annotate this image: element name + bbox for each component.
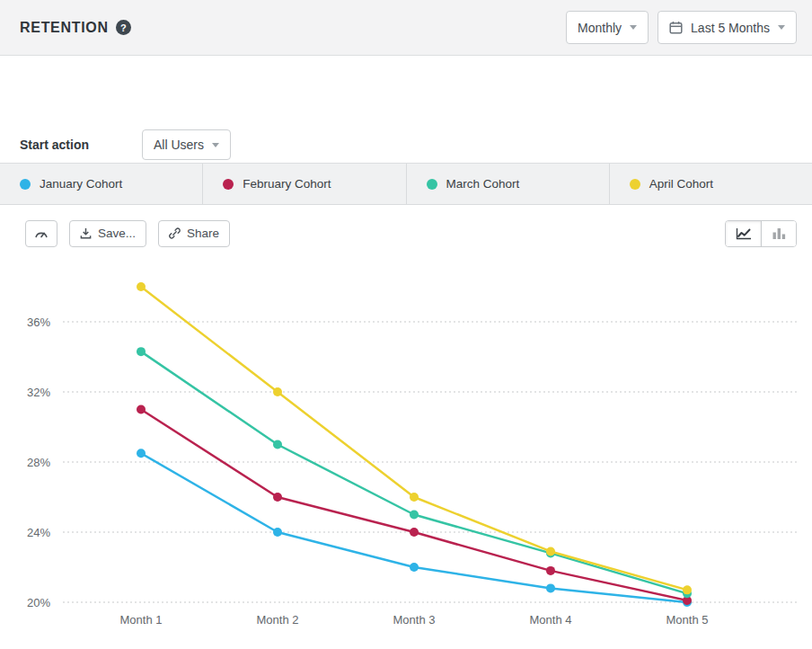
cohort-tab-march[interactable]: March Cohort xyxy=(407,164,610,204)
data-point[interactable] xyxy=(273,387,282,396)
x-axis-tick-label: Month 1 xyxy=(120,613,163,627)
download-icon xyxy=(80,227,92,239)
data-point[interactable] xyxy=(137,282,146,291)
cohort-dot xyxy=(20,179,31,190)
start-action-row: Start action All Users xyxy=(20,129,231,160)
x-axis-tick-label: Month 4 xyxy=(530,613,572,627)
start-action-dropdown[interactable]: All Users xyxy=(142,129,231,160)
cohort-dot xyxy=(223,179,234,190)
save-button[interactable]: Save... xyxy=(69,220,146,247)
header-controls: Monthly Last 5 Months xyxy=(566,11,797,44)
x-axis-tick-label: Month 3 xyxy=(393,613,436,627)
interval-dropdown[interactable]: Monthly xyxy=(566,11,649,44)
data-point[interactable] xyxy=(410,493,419,502)
chart-type-toggle xyxy=(725,220,797,247)
gauge-icon xyxy=(34,227,49,239)
cohort-dot xyxy=(427,179,437,190)
link-icon xyxy=(169,227,181,239)
data-point[interactable] xyxy=(273,493,282,502)
date-range-dropdown-value: Last 5 Months xyxy=(691,21,770,35)
cohort-label: April Cohort xyxy=(649,177,713,191)
series-line xyxy=(141,410,687,601)
x-axis-tick-label: Month 5 xyxy=(666,613,709,627)
line-chart-toggle-button[interactable] xyxy=(726,221,761,246)
cohort-tab-february[interactable]: February Cohort xyxy=(203,164,406,204)
cohort-legend: January Cohort February Cohort March Coh… xyxy=(0,164,812,205)
retention-chart: 20%24%28%32%36%Month 1Month 2Month 3Mont… xyxy=(0,261,812,649)
start-action-label: Start action xyxy=(20,138,142,152)
chart-toolbar: Save... Share xyxy=(0,206,812,261)
data-point[interactable] xyxy=(410,563,419,572)
data-point[interactable] xyxy=(546,547,555,556)
share-button[interactable]: Share xyxy=(158,220,230,247)
bar-chart-icon xyxy=(772,227,786,239)
line-chart-icon xyxy=(736,227,752,240)
filters-panel: Start action All Users Returning action … xyxy=(0,57,812,164)
help-icon[interactable]: ? xyxy=(116,20,131,35)
data-point[interactable] xyxy=(137,405,146,414)
calendar-icon xyxy=(669,21,683,34)
data-point[interactable] xyxy=(273,440,282,449)
cohort-tab-january[interactable]: January Cohort xyxy=(0,164,203,204)
y-axis-tick-label: 20% xyxy=(27,596,50,609)
page-title: RETENTION xyxy=(20,20,109,36)
cohort-label: January Cohort xyxy=(40,177,122,191)
retention-report: RETENTION ? Monthly Last 5 Months xyxy=(0,0,812,649)
retention-chart-svg: 20%24%28%32%36%Month 1Month 2Month 3Mont… xyxy=(0,261,812,649)
report-header: RETENTION ? Monthly Last 5 Months xyxy=(0,0,812,56)
data-point[interactable] xyxy=(546,583,555,592)
data-point[interactable] xyxy=(410,528,419,537)
data-point[interactable] xyxy=(273,528,282,537)
chevron-down-icon xyxy=(778,25,785,30)
start-action-value: All Users xyxy=(154,138,204,152)
x-axis-tick-label: Month 2 xyxy=(257,613,299,627)
date-range-dropdown[interactable]: Last 5 Months xyxy=(658,11,797,44)
y-axis-tick-label: 24% xyxy=(27,526,50,539)
y-axis-tick-label: 36% xyxy=(27,316,50,329)
bar-chart-toggle-button[interactable] xyxy=(761,221,796,246)
cohort-label: March Cohort xyxy=(446,177,520,191)
data-point[interactable] xyxy=(546,566,555,575)
data-point[interactable] xyxy=(683,585,692,594)
save-button-label: Save... xyxy=(98,227,136,240)
chevron-down-icon xyxy=(212,143,219,147)
share-button-label: Share xyxy=(187,227,219,240)
series-line xyxy=(141,287,687,590)
series-line xyxy=(141,351,687,593)
data-point[interactable] xyxy=(137,449,146,458)
chevron-down-icon xyxy=(630,25,637,30)
cohort-tab-april[interactable]: April Cohort xyxy=(610,164,812,204)
data-point[interactable] xyxy=(410,511,419,520)
cohort-dot xyxy=(630,179,640,190)
data-point[interactable] xyxy=(137,347,146,356)
interval-dropdown-value: Monthly xyxy=(578,21,622,35)
y-axis-tick-label: 28% xyxy=(27,456,50,469)
dashboard-button[interactable] xyxy=(25,220,57,247)
y-axis-tick-label: 32% xyxy=(27,386,50,399)
cohort-label: February Cohort xyxy=(243,177,331,191)
